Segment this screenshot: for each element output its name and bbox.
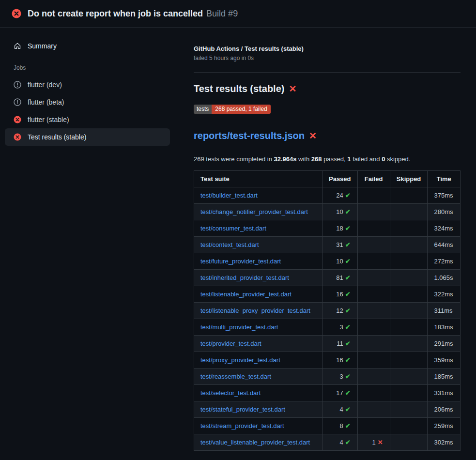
summary-text: passed, (322, 155, 348, 163)
job-list: flutter (dev)flutter (beta)flutter (stab… (5, 76, 170, 146)
cell-skipped (390, 220, 428, 237)
cell-passed: 17✔ (322, 385, 357, 401)
cell-skipped (390, 319, 428, 336)
cell-test-suite: test/inherited_provider_test.dart (194, 270, 322, 286)
section-title-text: Test results (stable) (194, 83, 284, 94)
cell-time: 331ms (428, 385, 461, 401)
passed-count: 12 (336, 307, 343, 314)
test-suite-link[interactable]: test/inherited_provider_test.dart (200, 274, 289, 281)
table-row: test/builder_test.dart24✔375ms (194, 187, 461, 204)
failed-count: 1 (372, 439, 375, 446)
test-suite-link[interactable]: test/proxy_provider_test.dart (200, 356, 280, 364)
cell-skipped (390, 368, 428, 385)
header-skipped: Skipped (390, 171, 428, 187)
cell-test-suite: test/reassemble_test.dart (194, 368, 322, 385)
cell-skipped (390, 401, 428, 418)
run-sidebar: Summary Jobs flutter (dev)flutter (beta)… (0, 28, 194, 146)
home-icon (14, 42, 21, 50)
cell-time: 183ms (428, 319, 461, 336)
table-row: test/multi_provider_test.dart3✔183ms (194, 319, 461, 336)
cell-test-suite: test/consumer_test.dart (194, 220, 322, 237)
summary-text: with (296, 155, 311, 163)
sidebar-job-item[interactable]: flutter (stable) (5, 111, 170, 128)
divider (194, 72, 461, 73)
table-row: test/reassemble_test.dart3✔185ms (194, 368, 461, 385)
build-number: Build #9 (206, 9, 238, 19)
cell-time: 322ms (428, 286, 461, 303)
cell-failed (357, 204, 390, 220)
test-suite-link[interactable]: test/multi_provider_test.dart (200, 323, 278, 331)
passed-count: 17 (336, 389, 343, 397)
test-suite-link[interactable]: test/future_provider_test.dart (200, 258, 281, 265)
table-row: test/proxy_provider_test.dart16✔359ms (194, 352, 461, 368)
test-suite-link[interactable]: test/value_listenable_provider_test.dart (200, 439, 310, 446)
passed-count: 31 (336, 241, 343, 248)
sidebar-job-item[interactable]: Test results (stable) (5, 128, 170, 146)
cell-failed (357, 336, 390, 352)
passed-count: 81 (336, 274, 343, 281)
build-header: Do not create report when job is cancell… (0, 0, 476, 28)
passed-count: 8 (339, 422, 343, 429)
passed-count: 3 (339, 373, 343, 380)
test-suite-link[interactable]: test/selector_test.dart (200, 389, 261, 397)
table-row: test/stateful_provider_test.dart4✔206ms (194, 401, 461, 418)
summary-passed-count: 268 (311, 155, 322, 163)
test-suite-link[interactable]: test/change_notifier_provider_test.dart (200, 208, 308, 215)
test-suite-link[interactable]: test/consumer_test.dart (200, 225, 266, 232)
cell-passed: 81✔ (322, 270, 357, 286)
sidebar-item-summary[interactable]: Summary (5, 37, 170, 55)
cell-passed: 10✔ (322, 253, 357, 270)
check-icon: ✔ (345, 192, 351, 199)
cell-failed (357, 401, 390, 418)
cell-failed (357, 220, 390, 237)
sidebar-job-item[interactable]: flutter (beta) (5, 93, 170, 111)
test-suite-link[interactable]: test/listenable_provider_test.dart (200, 291, 292, 298)
check-icon: ✔ (345, 356, 351, 364)
report-file-link[interactable]: reports/test-results.json (194, 130, 305, 141)
cell-test-suite: test/context_test.dart (194, 237, 322, 253)
table-row: test/inherited_provider_test.dart81✔1.06… (194, 270, 461, 286)
cell-time: 185ms (428, 368, 461, 385)
cell-failed (357, 253, 390, 270)
cell-failed: 1✕ (357, 434, 390, 451)
tests-badge: tests 268 passed, 1 failed (194, 105, 271, 114)
badge-label: tests (194, 105, 212, 114)
passed-count: 4 (339, 406, 343, 413)
test-suite-link[interactable]: test/context_test.dart (200, 241, 259, 248)
table-row: test/future_provider_test.dart10✔272ms (194, 253, 461, 270)
test-suite-link[interactable]: test/provider_test.dart (200, 340, 261, 347)
cell-passed: 16✔ (322, 352, 357, 368)
table-row: test/change_notifier_provider_test.dart1… (194, 204, 461, 220)
test-suite-link[interactable]: test/reassemble_test.dart (200, 373, 271, 380)
test-suite-link[interactable]: test/stream_provider_test.dart (200, 422, 284, 429)
cell-test-suite: test/listenable_proxy_provider_test.dart (194, 303, 322, 319)
cell-passed: 4✔ (322, 434, 357, 451)
report-heading: reports/test-results.json ✕ (194, 130, 461, 146)
table-row: test/consumer_test.dart18✔324ms (194, 220, 461, 237)
cell-time: 259ms (428, 418, 461, 434)
cell-passed: 8✔ (322, 418, 357, 434)
cell-test-suite: test/change_notifier_provider_test.dart (194, 204, 322, 220)
check-icon: ✔ (345, 241, 351, 248)
test-suite-link[interactable]: test/listenable_proxy_provider_test.dart (200, 307, 310, 314)
cell-passed: 11✔ (322, 336, 357, 352)
cell-skipped (390, 418, 428, 434)
cell-time: 311ms (428, 303, 461, 319)
check-icon: ✔ (345, 373, 351, 380)
sidebar-job-item[interactable]: flutter (dev) (5, 76, 170, 93)
cell-skipped (390, 434, 428, 451)
cell-failed (357, 187, 390, 204)
passed-count: 3 (339, 323, 343, 331)
cell-time: 359ms (428, 352, 461, 368)
test-suite-link[interactable]: test/stateful_provider_test.dart (200, 406, 285, 413)
section-title: Test results (stable) ✕ (194, 83, 461, 94)
cell-passed: 3✔ (322, 368, 357, 385)
cell-time: 644ms (428, 237, 461, 253)
cell-test-suite: test/stateful_provider_test.dart (194, 401, 322, 418)
check-icon: ✔ (345, 258, 351, 265)
cell-passed: 31✔ (322, 237, 357, 253)
breadcrumb: GitHub Actions / Test results (stable) (194, 45, 461, 52)
summary-failed-count: 1 (347, 155, 351, 163)
test-suite-link[interactable]: test/builder_test.dart (200, 192, 258, 199)
summary-duration: 32.964s (274, 155, 296, 163)
